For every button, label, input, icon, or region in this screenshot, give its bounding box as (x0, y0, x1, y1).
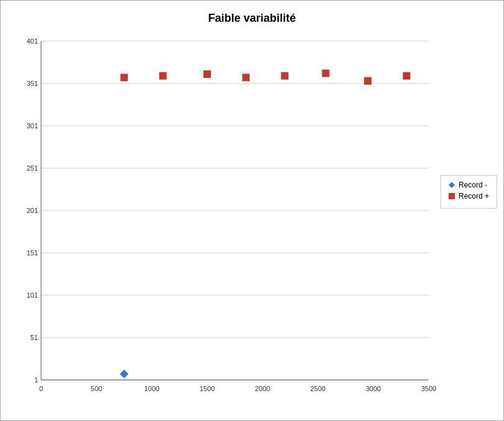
svg-rect-32 (242, 73, 250, 81)
legend: Record - Record + (441, 175, 497, 209)
svg-text:351: 351 (27, 80, 38, 87)
legend-marker-record-minus (449, 182, 455, 188)
svg-text:151: 151 (27, 249, 38, 257)
chart-title: Faible variabilité (1, 1, 503, 28)
legend-item-record-minus: Record - (449, 181, 489, 189)
svg-text:251: 251 (27, 164, 38, 172)
svg-text:101: 101 (27, 291, 38, 299)
svg-marker-28 (120, 369, 129, 378)
svg-rect-30 (159, 72, 167, 80)
svg-text:1000: 1000 (144, 385, 159, 392)
legend-label-record-plus: Record + (459, 192, 489, 201)
svg-rect-31 (203, 70, 211, 78)
svg-text:1: 1 (34, 376, 38, 384)
svg-text:0: 0 (39, 385, 43, 392)
svg-text:2000: 2000 (255, 385, 270, 392)
svg-rect-35 (364, 77, 371, 85)
svg-rect-34 (322, 70, 329, 77)
chart-svg: 1511011512012513013514010500100015002000… (35, 35, 435, 386)
svg-text:500: 500 (91, 385, 102, 392)
svg-rect-29 (121, 73, 128, 81)
svg-text:201: 201 (27, 207, 38, 214)
legend-item-record-plus: Record + (449, 192, 489, 201)
svg-text:3500: 3500 (421, 385, 436, 392)
svg-rect-36 (403, 72, 410, 80)
legend-label-record-minus: Record - (459, 181, 487, 189)
svg-marker-37 (449, 182, 455, 188)
svg-text:2500: 2500 (310, 385, 325, 392)
svg-text:401: 401 (27, 37, 38, 45)
svg-text:301: 301 (27, 122, 38, 130)
svg-text:1500: 1500 (200, 385, 215, 392)
chart-container: Faible variabilité 151101151201251301351… (0, 0, 504, 421)
chart-area: 1511011512012513013514010500100015002000… (35, 35, 435, 386)
svg-text:3000: 3000 (366, 385, 381, 392)
legend-marker-record-plus (449, 193, 455, 199)
svg-rect-33 (281, 72, 289, 80)
svg-text:51: 51 (30, 334, 38, 341)
